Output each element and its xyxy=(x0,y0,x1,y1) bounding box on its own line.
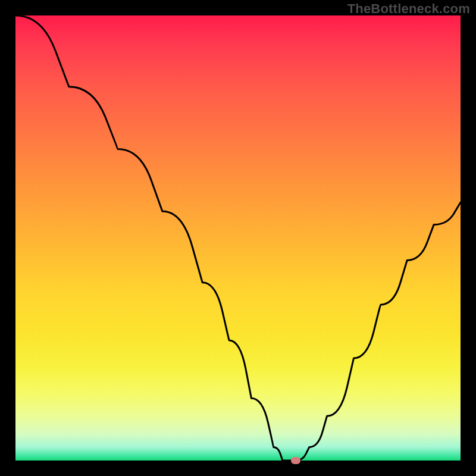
curve-svg xyxy=(15,15,461,461)
bottleneck-curve-path xyxy=(15,15,461,461)
chart-frame: TheBottleneck.com xyxy=(0,0,476,476)
plot-area xyxy=(15,15,461,461)
watermark-text: TheBottleneck.com xyxy=(347,1,470,17)
optimal-point-marker xyxy=(291,457,300,464)
